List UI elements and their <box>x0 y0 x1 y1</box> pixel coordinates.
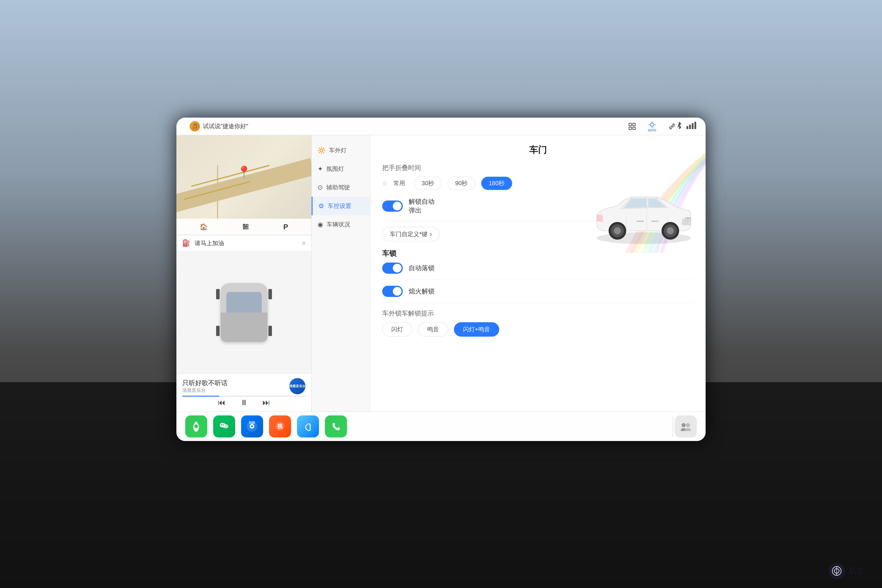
settings-page-title: 车门 <box>382 144 694 156</box>
menu-icon[interactable] <box>628 122 636 130</box>
time-90s-btn[interactable]: 90秒 <box>447 177 475 190</box>
status-bar: 🎵 试试说"捷途你好" <box>176 118 706 135</box>
driver-assist-icon: ⊙ <box>318 184 323 191</box>
time-180s-btn[interactable]: 180秒 <box>481 177 512 190</box>
music-progress-fill <box>182 396 219 397</box>
toggle-knob-2 <box>393 264 402 273</box>
svg-rect-11 <box>689 124 691 129</box>
music-pause-button[interactable]: ⏸ <box>240 398 248 407</box>
car-svg <box>588 174 700 250</box>
map-home-btn[interactable]: 🏠 <box>200 223 208 231</box>
auto-lock-label: 自动落锁 <box>409 264 438 273</box>
svg-point-35 <box>223 424 224 425</box>
music-next-button[interactable]: ⏭ <box>262 398 270 407</box>
time-30s-btn[interactable]: 30秒 <box>414 177 442 190</box>
nav-driver-assist[interactable]: ⊙ 辅助驾驶 <box>312 178 370 196</box>
svg-rect-10 <box>687 126 688 129</box>
svg-point-4 <box>650 123 654 126</box>
wheel-rear-right <box>268 326 272 336</box>
beep-btn[interactable]: 鸣音 <box>418 322 448 337</box>
flame-unlock-toggle[interactable] <box>382 286 403 297</box>
fuel-menu-icon[interactable]: ≡ <box>302 240 306 247</box>
nav-driver-assist-label: 辅助驾驶 <box>326 183 350 191</box>
map-app-icon[interactable] <box>185 416 207 438</box>
svg-rect-30 <box>685 217 691 219</box>
auto-label: AUTO <box>648 129 656 132</box>
star-icon: ☆ <box>382 180 387 187</box>
music-progress-bar <box>182 396 306 397</box>
nav-vehicle-control[interactable]: ⚙ 车控设置 <box>312 196 370 215</box>
svg-rect-27 <box>682 219 691 225</box>
auto-open-toggle[interactable] <box>382 201 403 212</box>
fuel-icon: ⛽ <box>182 239 190 247</box>
fan-icon[interactable] <box>668 122 676 130</box>
car-illustration <box>588 171 700 253</box>
svg-point-31 <box>194 424 198 428</box>
voice-prompt-text: 试试说"捷途你好" <box>203 122 248 130</box>
common-use-label: 常用 <box>393 179 405 187</box>
svg-point-38 <box>251 425 253 427</box>
nav-vehicle-status[interactable]: ◉ 车辆状况 <box>312 215 370 234</box>
svg-rect-1 <box>633 123 635 126</box>
unlock-hint-options: 闪灯 鸣音 闪灯+鸣音 <box>382 322 694 337</box>
fuel-alert: ⛽ 请马上加油 ≡ <box>176 235 311 251</box>
wheel-front-right <box>268 289 272 299</box>
exterior-lights-icon: 🔆 <box>318 147 326 154</box>
music-controls: ⏮ ⏸ ⏭ <box>182 398 306 407</box>
infotainment-screen: 🎵 试试说"捷途你好" <box>176 118 706 441</box>
nav-exterior-lights-label: 车外灯 <box>329 146 346 154</box>
auto-lock-row: 自动落锁 <box>382 262 694 280</box>
svg-rect-19 <box>651 220 658 222</box>
stream-app-icon[interactable]: 视 <box>269 416 291 438</box>
nav-ambient-lights[interactable]: ✦ 氛围灯 <box>312 160 370 178</box>
svg-rect-2 <box>629 127 631 129</box>
phone-app-icon[interactable] <box>325 416 347 438</box>
map-park-btn[interactable]: P <box>284 223 288 231</box>
music-prev-button[interactable]: ⏮ <box>218 398 225 407</box>
map-area[interactable]: 📍 🏠 韶 P <box>176 135 311 235</box>
bottom-app-bar: 540 视 <box>176 412 706 441</box>
svg-point-26 <box>667 227 674 234</box>
svg-point-45 <box>686 423 690 427</box>
svg-point-44 <box>681 423 686 427</box>
music-app-icon[interactable]: 540 <box>241 416 263 438</box>
fuel-alert-text: 请马上加油 <box>195 239 297 247</box>
watermark-text: 易车 <box>848 566 864 577</box>
map-bottom-bar: 🏠 韶 P <box>176 219 311 235</box>
car-visualization <box>176 251 311 374</box>
app-bar-divider <box>673 416 673 437</box>
music-station: 清晨音乐台 <box>182 387 228 394</box>
wheel-front-left <box>216 289 220 299</box>
nav-vehicle-control-label: 车控设置 <box>328 202 351 210</box>
music-title: 只听好歌不听话 <box>182 379 228 387</box>
flash-btn[interactable]: 闪灯 <box>382 322 412 337</box>
auto-open-label: 解锁自动弹出 <box>409 197 438 215</box>
voice-prompt[interactable]: 🎵 试试说"捷途你好" <box>185 120 252 133</box>
vehicle-control-icon: ⚙ <box>318 202 324 210</box>
svg-rect-12 <box>692 123 693 129</box>
left-panel: 📍 🏠 韶 P ⛽ <box>176 135 312 412</box>
svg-point-23 <box>614 227 621 234</box>
user-profile-button[interactable] <box>675 416 697 438</box>
svg-point-9 <box>672 126 673 127</box>
unlock-hint-section: 车外锁车解锁提示 闪灯 鸣音 闪灯+鸣音 <box>382 309 694 337</box>
toggle-knob-3 <box>393 287 402 296</box>
watermark-logo <box>829 563 845 579</box>
svg-rect-18 <box>636 220 644 222</box>
custom-key-button[interactable]: 车门自定义*键 <box>382 227 440 242</box>
link-app-icon[interactable] <box>297 416 319 438</box>
flash-beep-btn[interactable]: 闪灯+鸣音 <box>454 322 499 337</box>
wechat-app-icon[interactable] <box>213 416 235 438</box>
svg-text:视: 视 <box>277 423 283 429</box>
map-route-btn[interactable]: 韶 <box>243 223 248 231</box>
car-top-view <box>220 283 267 342</box>
auto-climate-icon[interactable]: AUTO <box>648 120 656 132</box>
voice-icon: 🎵 <box>190 121 200 131</box>
auto-lock-toggle[interactable] <box>382 262 403 274</box>
nav-exterior-lights[interactable]: 🔆 车外灯 <box>312 141 370 160</box>
music-player: 只听好歌不听话 清晨音乐台 清晨音乐台 ⏮ ⏸ ⏭ <box>176 374 311 412</box>
watermark: 易车 <box>829 563 864 579</box>
settings-content: 车门 把手折叠时间 ☆ 常用 30秒 90秒 180秒 <box>370 135 706 412</box>
signal-icon <box>687 122 697 131</box>
nav-vehicle-status-label: 车辆状况 <box>327 220 350 228</box>
